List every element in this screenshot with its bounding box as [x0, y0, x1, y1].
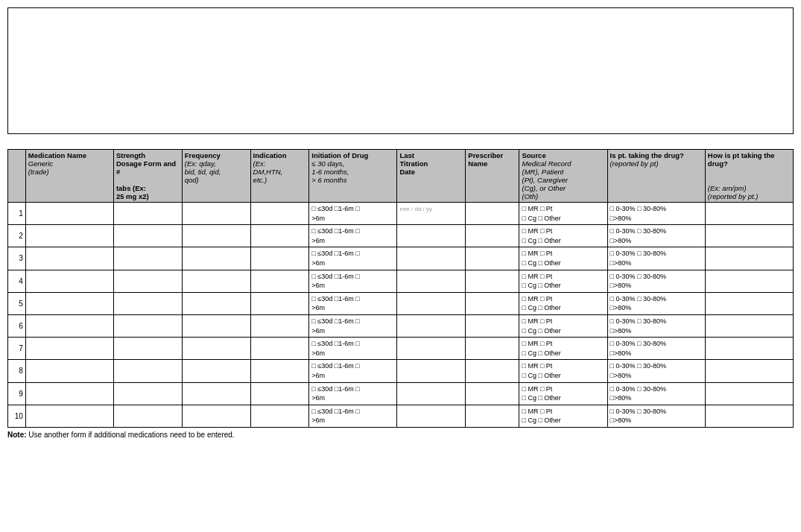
is-pt-8[interactable]: □ 0-30% □ 30-80%□>80% — [607, 360, 705, 382]
indication-6[interactable] — [250, 314, 309, 337]
med-name-10[interactable] — [25, 405, 113, 427]
prescriber-4[interactable] — [466, 270, 519, 292]
is-pt-5[interactable]: □ 0-30% □ 30-80%□>80% — [607, 292, 705, 314]
indication-10[interactable] — [250, 405, 309, 427]
med-name-6[interactable] — [25, 314, 113, 337]
strength-3[interactable] — [113, 247, 182, 270]
source-8[interactable]: □ MR □ Pt□ Cg □ Other — [519, 360, 607, 382]
med-name-7[interactable] — [25, 338, 113, 360]
initiation-6[interactable]: □ ≤30d □1-6m □>6m — [309, 314, 397, 337]
last-tit-10[interactable] — [397, 405, 466, 427]
initiation-8[interactable]: □ ≤30d □1-6m □>6m — [309, 360, 397, 382]
prescriber-5[interactable] — [466, 292, 519, 314]
strength-10[interactable] — [113, 405, 182, 427]
frequency-3[interactable] — [182, 247, 250, 270]
last-tit-5[interactable] — [397, 292, 466, 314]
med-name-2[interactable] — [25, 225, 113, 247]
med-name-1[interactable] — [25, 203, 113, 225]
notes-body[interactable] — [8, 14, 793, 133]
how-pt-6[interactable] — [705, 314, 793, 337]
frequency-7[interactable] — [182, 338, 250, 360]
indication-8[interactable] — [250, 360, 309, 382]
source-4[interactable]: □ MR □ Pt□ Cg □ Other — [519, 270, 607, 292]
indication-2[interactable] — [250, 225, 309, 247]
med-name-9[interactable] — [25, 382, 113, 405]
is-pt-2[interactable]: □ 0-30% □ 30-80%□>80% — [607, 225, 705, 247]
how-pt-7[interactable] — [705, 338, 793, 360]
med-name-3[interactable] — [25, 247, 113, 270]
strength-9[interactable] — [113, 382, 182, 405]
strength-5[interactable] — [113, 292, 182, 314]
strength-6[interactable] — [113, 314, 182, 337]
source-10[interactable]: □ MR □ Pt□ Cg □ Other — [519, 405, 607, 427]
initiation-7[interactable]: □ ≤30d □1-6m □>6m — [309, 338, 397, 360]
med-name-4[interactable] — [25, 270, 113, 292]
initiation-4[interactable]: □ ≤30d □1-6m □>6m — [309, 270, 397, 292]
prescriber-9[interactable] — [466, 382, 519, 405]
last-tit-1[interactable]: mm / dd / yy — [397, 203, 466, 225]
is-pt-4[interactable]: □ 0-30% □ 30-80%□>80% — [607, 270, 705, 292]
strength-1[interactable] — [113, 203, 182, 225]
source-5[interactable]: □ MR □ Pt□ Cg □ Other — [519, 292, 607, 314]
indication-7[interactable] — [250, 338, 309, 360]
indication-3[interactable] — [250, 247, 309, 270]
last-tit-6[interactable] — [397, 314, 466, 337]
prescriber-2[interactable] — [466, 225, 519, 247]
initiation-5[interactable]: □ ≤30d □1-6m □>6m — [309, 292, 397, 314]
med-name-8[interactable] — [25, 360, 113, 382]
prescriber-3[interactable] — [466, 247, 519, 270]
how-pt-8[interactable] — [705, 360, 793, 382]
is-pt-9[interactable]: □ 0-30% □ 30-80%□>80% — [607, 382, 705, 405]
frequency-9[interactable] — [182, 382, 250, 405]
is-pt-6[interactable]: □ 0-30% □ 30-80%□>80% — [607, 314, 705, 337]
initiation-3[interactable]: □ ≤30d □1-6m □>6m — [309, 247, 397, 270]
source-9[interactable]: □ MR □ Pt□ Cg □ Other — [519, 382, 607, 405]
initiation-1[interactable]: □ ≤30d □1-6m □>6m — [309, 203, 397, 225]
med-name-5[interactable] — [25, 292, 113, 314]
last-tit-9[interactable] — [397, 382, 466, 405]
how-pt-5[interactable] — [705, 292, 793, 314]
frequency-2[interactable] — [182, 225, 250, 247]
frequency-5[interactable] — [182, 292, 250, 314]
source-2[interactable]: □ MR □ Pt□ Cg □ Other — [519, 225, 607, 247]
strength-8[interactable] — [113, 360, 182, 382]
prescriber-8[interactable] — [466, 360, 519, 382]
last-tit-7[interactable] — [397, 338, 466, 360]
how-pt-10[interactable] — [705, 405, 793, 427]
prescriber-6[interactable] — [466, 314, 519, 337]
is-pt-1[interactable]: □ 0-30% □ 30-80%□>80% — [607, 203, 705, 225]
frequency-6[interactable] — [182, 314, 250, 337]
is-pt-7[interactable]: □ 0-30% □ 30-80%□>80% — [607, 338, 705, 360]
how-pt-4[interactable] — [705, 270, 793, 292]
last-tit-3[interactable] — [397, 247, 466, 270]
is-pt-10[interactable]: □ 0-30% □ 30-80%□>80% — [607, 405, 705, 427]
last-tit-2[interactable] — [397, 225, 466, 247]
source-6[interactable]: □ MR □ Pt□ Cg □ Other — [519, 314, 607, 337]
indication-9[interactable] — [250, 382, 309, 405]
frequency-4[interactable] — [182, 270, 250, 292]
initiation-10[interactable]: □ ≤30d □1-6m □>6m — [309, 405, 397, 427]
strength-4[interactable] — [113, 270, 182, 292]
source-3[interactable]: □ MR □ Pt□ Cg □ Other — [519, 247, 607, 270]
prescriber-10[interactable] — [466, 405, 519, 427]
how-pt-9[interactable] — [705, 382, 793, 405]
source-1[interactable]: □ MR □ Pt□ Cg □ Other — [519, 203, 607, 225]
indication-1[interactable] — [250, 203, 309, 225]
indication-4[interactable] — [250, 270, 309, 292]
initiation-2[interactable]: □ ≤30d □1-6m □>6m — [309, 225, 397, 247]
strength-2[interactable] — [113, 225, 182, 247]
frequency-10[interactable] — [182, 405, 250, 427]
prescriber-7[interactable] — [466, 338, 519, 360]
last-tit-4[interactable] — [397, 270, 466, 292]
is-pt-3[interactable]: □ 0-30% □ 30-80%□>80% — [607, 247, 705, 270]
indication-5[interactable] — [250, 292, 309, 314]
how-pt-1[interactable] — [705, 203, 793, 225]
last-tit-8[interactable] — [397, 360, 466, 382]
frequency-8[interactable] — [182, 360, 250, 382]
how-pt-3[interactable] — [705, 247, 793, 270]
prescriber-1[interactable] — [466, 203, 519, 225]
how-pt-2[interactable] — [705, 225, 793, 247]
strength-7[interactable] — [113, 338, 182, 360]
source-7[interactable]: □ MR □ Pt□ Cg □ Other — [519, 338, 607, 360]
frequency-1[interactable] — [182, 203, 250, 225]
